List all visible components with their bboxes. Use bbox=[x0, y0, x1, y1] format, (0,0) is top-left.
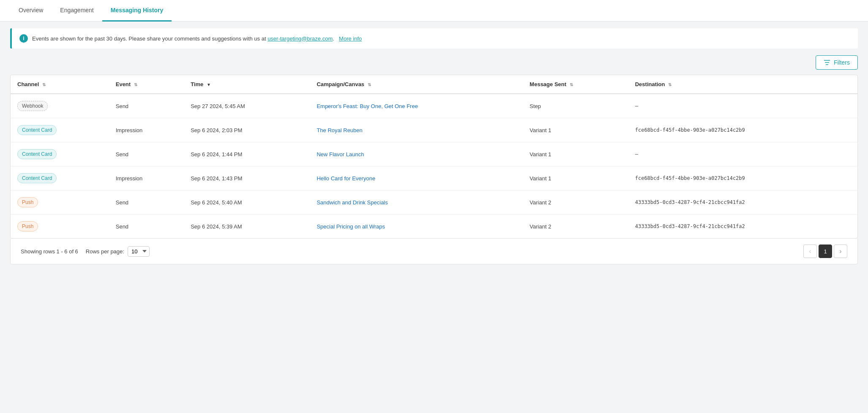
cell-campaign-3: Hello Card for Everyone bbox=[310, 166, 523, 190]
channel-badge-1: Content Card bbox=[17, 125, 57, 135]
cell-event-1: Impression bbox=[109, 118, 184, 142]
table-row: WebhookSendSep 27 2024, 5:45 AMEmperor's… bbox=[11, 94, 857, 118]
banner-more-info-link[interactable]: More info bbox=[339, 35, 362, 42]
cell-time-5: Sep 6 2024, 5:39 AM bbox=[184, 215, 310, 239]
cell-event-2: Send bbox=[109, 142, 184, 166]
campaign-link-3[interactable]: Hello Card for Everyone bbox=[317, 175, 375, 182]
cell-campaign-1: The Royal Reuben bbox=[310, 118, 523, 142]
cell-event-5: Send bbox=[109, 215, 184, 239]
rows-per-page-control: Rows per page: 10 25 50 100 bbox=[86, 246, 150, 257]
table-row: Content CardSendSep 6 2024, 1:44 PMNew F… bbox=[11, 142, 857, 166]
table-header-row: Channel ⇅ Event ⇅ Time ▼ Campaign/Canvas… bbox=[11, 75, 857, 94]
col-header-destination[interactable]: Destination ⇅ bbox=[628, 75, 857, 94]
sort-icon-event: ⇅ bbox=[134, 82, 137, 87]
col-header-event[interactable]: Event ⇅ bbox=[109, 75, 184, 94]
sort-icon-channel: ⇅ bbox=[42, 82, 46, 87]
tab-engagement[interactable]: Engagement bbox=[52, 0, 102, 22]
col-header-time[interactable]: Time ▼ bbox=[184, 75, 310, 94]
cell-destination-5: 43333bd5-0cd3-4287-9cf4-21cbcc941fa2 bbox=[628, 215, 857, 239]
info-icon: i bbox=[19, 34, 28, 43]
campaign-link-1[interactable]: The Royal Reuben bbox=[317, 127, 362, 133]
footer-left: Showing rows 1 - 6 of 6 Rows per page: 1… bbox=[21, 246, 150, 257]
cell-destination-4: 43333bd5-0cd3-4287-9cf4-21cbcc941fa2 bbox=[628, 190, 857, 215]
pagination: ‹ 1 › bbox=[803, 245, 847, 258]
cell-message-sent-4: Variant 2 bbox=[523, 190, 628, 215]
cell-message-sent-2: Variant 1 bbox=[523, 142, 628, 166]
cell-channel-0: Webhook bbox=[11, 94, 109, 118]
sort-icon-destination: ⇅ bbox=[668, 82, 671, 87]
sort-icon-campaign: ⇅ bbox=[368, 82, 371, 87]
showing-rows-text: Showing rows 1 - 6 of 6 bbox=[21, 248, 78, 255]
cell-message-sent-3: Variant 1 bbox=[523, 166, 628, 190]
messaging-history-table: Channel ⇅ Event ⇅ Time ▼ Campaign/Canvas… bbox=[10, 75, 858, 239]
tabs-bar: Overview Engagement Messaging History bbox=[0, 0, 868, 22]
cell-destination-2: — bbox=[628, 142, 857, 166]
cell-time-3: Sep 6 2024, 1:43 PM bbox=[184, 166, 310, 190]
cell-destination-0: — bbox=[628, 94, 857, 118]
cell-destination-3: fce68bcd-f45f-4bbe-903e-a027bc14c2b9 bbox=[628, 166, 857, 190]
toolbar: Filters bbox=[0, 55, 868, 75]
table-footer: Showing rows 1 - 6 of 6 Rows per page: 1… bbox=[10, 239, 858, 264]
cell-time-1: Sep 6 2024, 2:03 PM bbox=[184, 118, 310, 142]
cell-channel-2: Content Card bbox=[11, 142, 109, 166]
table-row: PushSendSep 6 2024, 5:40 AMSandwich and … bbox=[11, 190, 857, 215]
channel-badge-0: Webhook bbox=[17, 101, 48, 111]
cell-message-sent-1: Variant 1 bbox=[523, 118, 628, 142]
sort-icon-message-sent: ⇅ bbox=[570, 82, 573, 87]
cell-channel-5: Push bbox=[11, 215, 109, 239]
cell-campaign-2: New Flavor Launch bbox=[310, 142, 523, 166]
cell-destination-1: fce68bcd-f45f-4bbe-903e-a027bc14c2b9 bbox=[628, 118, 857, 142]
table-row: Content CardImpressionSep 6 2024, 2:03 P… bbox=[11, 118, 857, 142]
rows-per-page-select[interactable]: 10 25 50 100 bbox=[128, 246, 150, 257]
cell-time-2: Sep 6 2024, 1:44 PM bbox=[184, 142, 310, 166]
prev-page-button[interactable]: ‹ bbox=[803, 245, 817, 258]
filters-button[interactable]: Filters bbox=[816, 55, 858, 70]
sort-icon-time: ▼ bbox=[207, 82, 211, 87]
next-page-button[interactable]: › bbox=[834, 245, 847, 258]
campaign-link-5[interactable]: Special Pricing on all Wraps bbox=[317, 223, 385, 230]
info-banner: i Events are shown for the past 30 days.… bbox=[10, 28, 858, 49]
rows-per-page-label: Rows per page: bbox=[86, 248, 124, 255]
cell-channel-1: Content Card bbox=[11, 118, 109, 142]
cell-event-4: Send bbox=[109, 190, 184, 215]
cell-time-0: Sep 27 2024, 5:45 AM bbox=[184, 94, 310, 118]
col-header-campaign[interactable]: Campaign/Canvas ⇅ bbox=[310, 75, 523, 94]
cell-campaign-4: Sandwich and Drink Specials bbox=[310, 190, 523, 215]
cell-message-sent-5: Variant 2 bbox=[523, 215, 628, 239]
table-row: Content CardImpressionSep 6 2024, 1:43 P… bbox=[11, 166, 857, 190]
tab-overview[interactable]: Overview bbox=[10, 0, 52, 22]
cell-event-3: Impression bbox=[109, 166, 184, 190]
cell-channel-3: Content Card bbox=[11, 166, 109, 190]
channel-badge-5: Push bbox=[17, 221, 38, 231]
col-header-channel[interactable]: Channel ⇅ bbox=[11, 75, 109, 94]
cell-event-0: Send bbox=[109, 94, 184, 118]
campaign-link-2[interactable]: New Flavor Launch bbox=[317, 151, 364, 158]
table-row: PushSendSep 6 2024, 5:39 AMSpecial Prici… bbox=[11, 215, 857, 239]
channel-badge-4: Push bbox=[17, 197, 38, 207]
cell-message-sent-0: Step bbox=[523, 94, 628, 118]
campaign-link-4[interactable]: Sandwich and Drink Specials bbox=[317, 199, 388, 206]
cell-time-4: Sep 6 2024, 5:40 AM bbox=[184, 190, 310, 215]
page-1-button[interactable]: 1 bbox=[819, 245, 832, 258]
channel-badge-3: Content Card bbox=[17, 173, 57, 183]
banner-email-link[interactable]: user-targeting@braze.com bbox=[267, 35, 333, 42]
filters-icon bbox=[824, 60, 830, 65]
col-header-message-sent[interactable]: Message Sent ⇅ bbox=[523, 75, 628, 94]
banner-text: Events are shown for the past 30 days. P… bbox=[32, 35, 362, 42]
cell-campaign-5: Special Pricing on all Wraps bbox=[310, 215, 523, 239]
channel-badge-2: Content Card bbox=[17, 149, 57, 159]
tab-messaging-history[interactable]: Messaging History bbox=[102, 0, 172, 22]
cell-channel-4: Push bbox=[11, 190, 109, 215]
cell-campaign-0: Emperor's Feast: Buy One, Get One Free bbox=[310, 94, 523, 118]
campaign-link-0[interactable]: Emperor's Feast: Buy One, Get One Free bbox=[317, 103, 418, 109]
